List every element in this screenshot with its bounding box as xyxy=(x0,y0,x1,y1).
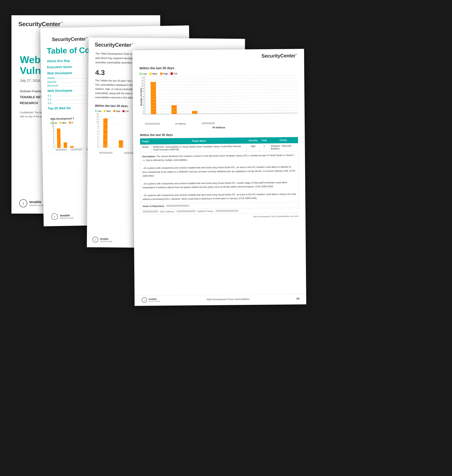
tenable-logo-p3: t tenable network security xyxy=(92,237,112,243)
svg-text:t: t xyxy=(144,299,145,301)
netbios-value xyxy=(215,210,238,212)
legend-low-p3: Low xyxy=(95,110,101,112)
bar-1-high xyxy=(151,82,156,114)
bar-orange-2 xyxy=(64,142,67,148)
main-report-page: SecurityCenter™ Within the last 30 days … xyxy=(132,49,306,306)
grid-7 xyxy=(145,93,298,94)
dot-crit-p4 xyxy=(171,73,173,75)
legend-crit-p3: Crit. xyxy=(123,110,129,112)
grid-11 xyxy=(145,81,298,82)
dot-med-p3 xyxy=(104,110,106,112)
table-row: 40435 MS09-035: Vulnerabilities in Visua… xyxy=(140,143,298,152)
sc-logo-page3: SecurityCenter™ xyxy=(88,37,245,49)
page4-footer: t tenable network security Web Developme… xyxy=(134,294,306,303)
grid-10 xyxy=(145,84,298,85)
x-axis-title-p4: IP Address xyxy=(140,125,298,130)
bar-orange-1 xyxy=(57,129,61,148)
cell-plugin-name: MS09-035: Vulnerabilities in Visual Stud… xyxy=(151,143,247,152)
legend-med-p4: Med. xyxy=(149,73,158,75)
dot-high-p3 xyxy=(113,110,115,112)
bar-high-2-p3 xyxy=(119,140,123,148)
col-severity: Severity xyxy=(246,138,259,144)
dot-high-p4 xyxy=(160,73,162,75)
tenable-icon-p3: t xyxy=(92,237,98,243)
cell-family: Windows : Microsoft Bulletins xyxy=(269,143,298,152)
hosts-value xyxy=(166,205,189,207)
mac-label: MAC Address: xyxy=(160,210,175,213)
chart-legend-p4: Low Med. High Crit. xyxy=(140,71,297,75)
tenable-icon-toc: t xyxy=(51,213,58,220)
legend-high: H xyxy=(69,121,73,124)
cell-severity: High xyxy=(246,143,259,152)
legend-high-p3: High xyxy=(113,110,120,112)
legend-med-p3: Med. xyxy=(104,110,111,112)
tenable-logo-toc: t tenable network security xyxy=(51,213,74,220)
grid-8 xyxy=(145,90,298,91)
mac-value xyxy=(176,210,195,212)
cell-plugin-id: 40435 xyxy=(140,144,151,153)
grid-9 xyxy=(145,86,298,88)
x-label-p4-1 xyxy=(145,123,160,125)
tenable-name-block: tenable network security xyxy=(29,200,44,206)
y-axis-title-p4: Number of Vulns xyxy=(140,88,143,106)
tenable-text-footer: tenable network security xyxy=(149,298,160,302)
grid-5 xyxy=(145,98,298,100)
y-axis-p3: 0 1 2 3 4 5 6 7 8 9 10 11 12 13 xyxy=(95,113,99,148)
y-axis-toc: 0 1 2 3 4 5 6 7 8 9 10 11 12 13 xyxy=(51,125,54,148)
footer-center-text: Web Development Tools Vulnerabilities xyxy=(206,298,249,301)
description-section: Description: The remote Windows host con… xyxy=(140,151,299,203)
grid-3 xyxy=(145,104,298,106)
netbios-label: NetBIOS Name: xyxy=(197,210,214,213)
bar-orange-3 xyxy=(70,146,74,148)
dot-crit-p3 xyxy=(123,110,125,112)
col-total: Total xyxy=(259,137,269,143)
svg-text:t: t xyxy=(95,239,96,241)
bar-group-2-p3 xyxy=(119,140,123,148)
bar-3-high xyxy=(192,111,197,114)
col-plugin: Plugin xyxy=(140,139,151,145)
sc-logo-cover: SecurityCenter™ xyxy=(11,15,160,28)
x-label-p3-2 xyxy=(124,152,133,154)
bar-group-1-p3 xyxy=(103,119,107,147)
page4-body: Within the last 30 days Low Med. High Cr… xyxy=(133,59,306,222)
bar-group-1-p4 xyxy=(151,82,156,114)
tenable-circle-icon: t xyxy=(19,199,27,207)
desc-text: The remote Windows host contains a versi… xyxy=(142,154,296,201)
sc-logo-page4: SecurityCenter™ xyxy=(132,49,304,60)
svg-text:t: t xyxy=(23,202,24,205)
x-label-1 xyxy=(55,149,67,151)
x-label-ip: IP Address xyxy=(175,123,186,125)
bar-group-3-p4 xyxy=(192,111,197,114)
bar-group-2-p4 xyxy=(172,105,177,114)
x-label-2 xyxy=(71,148,82,151)
toc-bar-3 xyxy=(70,146,74,148)
cell-total: 1 xyxy=(259,143,269,152)
chart-section-title: Within the last 30 days xyxy=(140,65,297,70)
footer-subtitle: Web Development Tools Vulnerabilities ov… xyxy=(141,215,299,218)
dot-low-p4 xyxy=(140,73,142,75)
ip-redacted xyxy=(143,210,158,212)
chart-plot-p4 xyxy=(144,75,298,114)
x-label-p4-3 xyxy=(201,122,215,124)
x-label-p3-1 xyxy=(99,152,112,154)
vuln-table: Plugin Plugin Name Severity Total Family… xyxy=(140,137,298,152)
grid-2 xyxy=(145,107,298,108)
dot-med-p4 xyxy=(149,73,152,75)
grid-13 xyxy=(145,75,297,76)
tenable-logo-cover: t tenable network security xyxy=(19,199,44,207)
tenable-logo-footer: t tenable network security xyxy=(141,297,160,303)
bar-high-1-p3 xyxy=(103,119,107,147)
grid-4 xyxy=(145,101,298,103)
bar-2-high xyxy=(172,105,177,114)
desc-label: Description: xyxy=(142,155,156,158)
tenable-text-p3: tenable network security xyxy=(100,237,112,242)
legend-crit-p4: Crit. xyxy=(171,72,178,75)
col-plugin-name: Plugin Name xyxy=(151,138,246,144)
tenable-icon-footer: t xyxy=(141,297,147,303)
legend-med: Med. xyxy=(59,122,67,124)
hosts-label: Hosts in Repository xyxy=(143,205,164,207)
svg-text:t: t xyxy=(54,216,55,218)
legend-high-p4: High xyxy=(160,72,168,75)
grid-12 xyxy=(145,78,297,79)
legend-low-p4: Low xyxy=(140,73,147,75)
